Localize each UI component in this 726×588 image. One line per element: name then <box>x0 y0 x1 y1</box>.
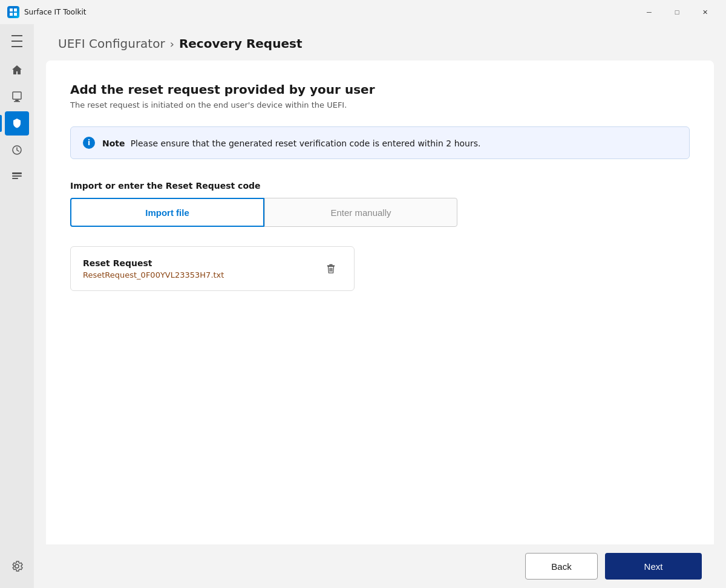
sidebar <box>0 24 34 588</box>
section-title: Add the reset request provided by your u… <box>70 82 690 97</box>
svg-rect-3 <box>14 13 17 16</box>
svg-rect-5 <box>15 100 19 101</box>
reset-card-info: Reset Request ResetRequest_0F00YVL23353H… <box>83 258 224 279</box>
svg-rect-1 <box>14 8 17 11</box>
import-file-button[interactable]: Import file <box>70 198 264 227</box>
sidebar-bottom <box>5 554 29 583</box>
reset-card-title: Reset Request <box>83 258 224 268</box>
sidebar-item-device[interactable] <box>5 85 29 109</box>
titlebar-left: Surface IT Toolkit <box>7 6 87 18</box>
titlebar-controls: ─ □ ✕ <box>635 2 719 22</box>
note-box: i Note Please ensure that the generated … <box>70 126 690 159</box>
svg-rect-2 <box>10 13 13 16</box>
reset-card-filename: ResetRequest_0F00YVL23353H7.txt <box>83 270 224 279</box>
breadcrumb: UEFI Configurator › Recovery Request <box>58 36 702 51</box>
info-icon: i <box>83 137 95 149</box>
delete-reset-request-button[interactable] <box>320 258 342 279</box>
sidebar-item-update[interactable] <box>5 138 29 162</box>
toggle-buttons: Import file Enter manually <box>70 198 457 227</box>
back-button[interactable]: Back <box>525 553 598 580</box>
import-label: Import or enter the Reset Request code <box>70 181 690 191</box>
sidebar-nav <box>5 58 29 554</box>
trash-icon <box>325 263 336 274</box>
footer: Back Next <box>34 544 726 588</box>
content-area: UEFI Configurator › Recovery Request Add… <box>34 24 726 588</box>
svg-rect-8 <box>12 172 22 174</box>
sidebar-item-info[interactable] <box>5 165 29 189</box>
enter-manually-button[interactable]: Enter manually <box>264 198 457 227</box>
page-header: UEFI Configurator › Recovery Request <box>34 24 726 60</box>
svg-rect-11 <box>329 264 332 266</box>
note-label: Note <box>102 139 125 148</box>
hamburger-menu[interactable] <box>5 29 29 53</box>
app-icon <box>7 6 19 18</box>
settings-button[interactable] <box>5 554 29 578</box>
breadcrumb-parent: UEFI Configurator <box>58 36 165 51</box>
minimize-button[interactable]: ─ <box>635 2 663 22</box>
note-content: Note Please ensure that the generated re… <box>102 137 480 149</box>
breadcrumb-separator: › <box>170 38 174 50</box>
section-subtitle: The reset request is initiated on the en… <box>70 100 690 109</box>
titlebar: Surface IT Toolkit ─ □ ✕ <box>0 0 726 24</box>
svg-rect-0 <box>10 8 13 11</box>
svg-rect-4 <box>13 92 21 99</box>
app-body: UEFI Configurator › Recovery Request Add… <box>0 24 726 588</box>
main-panel: Add the reset request provided by your u… <box>46 60 714 544</box>
maximize-button[interactable]: □ <box>663 2 691 22</box>
sidebar-item-home[interactable] <box>5 58 29 82</box>
breadcrumb-current: Recovery Request <box>179 36 302 51</box>
svg-rect-9 <box>12 175 22 177</box>
close-button[interactable]: ✕ <box>691 2 719 22</box>
reset-request-card: Reset Request ResetRequest_0F00YVL23353H… <box>70 246 355 291</box>
svg-rect-6 <box>14 101 20 102</box>
app-title: Surface IT Toolkit <box>24 8 87 16</box>
next-button[interactable]: Next <box>605 553 702 580</box>
sidebar-item-uefi[interactable] <box>5 111 29 136</box>
note-text: Please ensure that the generated reset v… <box>131 139 481 148</box>
svg-rect-10 <box>12 178 18 179</box>
